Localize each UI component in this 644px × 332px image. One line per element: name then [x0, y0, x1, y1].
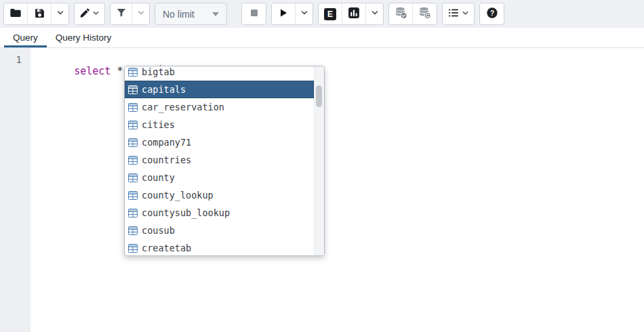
macro-ordered-list-icon: [447, 7, 460, 20]
autocomplete-item[interactable]: countysub_lookup: [125, 204, 314, 222]
autocomplete-item[interactable]: createtab: [125, 239, 314, 255]
folder-icon: [9, 7, 22, 21]
autocomplete-scrollbar-thumb[interactable]: [316, 85, 322, 107]
svg-text:?: ?: [489, 9, 494, 17]
commit-button[interactable]: [389, 3, 413, 24]
table-icon: [128, 103, 138, 112]
execute-options-dropdown-button[interactable]: [296, 3, 313, 24]
table-icon: [128, 85, 138, 94]
filter-icon: [116, 7, 127, 20]
tab-query-label: Query: [13, 33, 38, 43]
rollback-db-arrow-button[interactable]: [413, 3, 437, 24]
autocomplete-item[interactable]: bigtab: [125, 66, 314, 81]
play-icon: [278, 7, 289, 20]
table-icon: [128, 138, 138, 147]
autocomplete-item-label: countysub_lookup: [142, 207, 230, 218]
autocomplete-item-label: company71: [142, 137, 191, 148]
sql-code-input[interactable]: select*from: [31, 48, 644, 332]
help-icon: ?: [486, 7, 498, 21]
autocomplete-item[interactable]: county: [125, 169, 314, 186]
rollback-db-arrow-icon: [418, 7, 431, 21]
tab-query-history-label: Query History: [56, 33, 112, 43]
autocomplete-popup: bigtab capitals: [124, 66, 325, 256]
autocomplete-item-label: cousub: [142, 225, 175, 236]
query-tabbar: Query Query History: [0, 28, 644, 48]
transaction-button-group: [388, 3, 437, 25]
autocomplete-item[interactable]: cousub: [125, 222, 314, 239]
edit-pencil-icon: [79, 7, 90, 20]
autocomplete-item-label: countries: [142, 154, 191, 165]
autocomplete-item[interactable]: county_lookup: [125, 186, 314, 204]
chevron-down-icon: [462, 9, 469, 19]
autocomplete-item-label: county: [142, 172, 175, 183]
chevron-down-icon: [56, 9, 64, 19]
table-icon: [128, 68, 138, 77]
filter-button[interactable]: [110, 3, 132, 24]
chevron-down-icon: [92, 9, 100, 19]
table-icon: [128, 156, 138, 165]
autocomplete-viewport: bigtab capitals: [125, 66, 314, 255]
autocomplete-item[interactable]: cities: [125, 116, 314, 133]
save-icon: [34, 7, 45, 21]
chevron-down-icon: [137, 9, 145, 19]
autocomplete-item[interactable]: car_reservation: [125, 98, 314, 116]
help-button[interactable]: ?: [480, 3, 504, 24]
line-number: 1: [0, 54, 22, 65]
file-button-group: [3, 3, 69, 25]
table-icon: [128, 244, 138, 253]
line-number-gutter: 1: [0, 48, 31, 332]
table-icon: [128, 209, 138, 217]
autocomplete-item-label: car_reservation: [142, 102, 224, 112]
autocomplete-item[interactable]: capitals: [125, 81, 314, 98]
autocomplete-item-label: bigtab: [142, 66, 175, 77]
autocomplete-item-label: createtab: [142, 243, 191, 253]
execute-button-group: [271, 3, 313, 25]
autocomplete-scrollbar-track[interactable]: [314, 66, 324, 255]
table-icon: [128, 173, 138, 182]
chevron-down-icon: [371, 9, 379, 19]
select-caret-icon: [212, 12, 219, 16]
explain-button-group: E: [318, 3, 384, 25]
macro-menu-button[interactable]: [443, 3, 474, 24]
autocomplete-item-label: county_lookup: [142, 190, 214, 201]
help-button-group: ?: [479, 3, 504, 25]
autocomplete-item-label: capitals: [142, 84, 186, 95]
commit-db-check-icon: [395, 7, 407, 21]
save-button[interactable]: [28, 3, 52, 24]
chevron-down-icon: [300, 9, 308, 19]
stop-icon: [249, 7, 260, 20]
explain-badge-icon: E: [324, 8, 336, 20]
edit-menu-button[interactable]: [75, 3, 104, 24]
sql-keyword: select: [74, 65, 110, 77]
execute-play-button[interactable]: [272, 3, 296, 24]
query-tool-window: No limit E: [0, 0, 644, 332]
macro-button-group: [442, 3, 475, 25]
save-options-dropdown-button[interactable]: [52, 3, 68, 24]
filter-options-dropdown-button[interactable]: [132, 3, 149, 24]
tab-query-history[interactable]: Query History: [47, 28, 121, 47]
table-icon: [128, 191, 138, 200]
sql-operator: *: [117, 65, 123, 77]
stop-button-group: [241, 3, 266, 25]
explain-analyze-button[interactable]: [342, 3, 366, 24]
table-icon: [128, 226, 138, 235]
row-limit-select[interactable]: No limit: [155, 3, 227, 25]
row-limit-value: No limit: [163, 9, 195, 20]
explain-analyze-chart-icon: [348, 7, 360, 21]
tab-query[interactable]: Query: [4, 28, 47, 47]
stop-button[interactable]: [242, 3, 266, 24]
table-icon: [128, 121, 138, 129]
edit-button-group: [74, 3, 105, 25]
autocomplete-list: bigtab capitals: [125, 66, 314, 255]
autocomplete-item-label: cities: [142, 119, 175, 130]
filter-button-group: [110, 3, 150, 25]
autocomplete-item[interactable]: countries: [125, 151, 314, 169]
explain-options-dropdown-button[interactable]: [366, 3, 383, 24]
explain-button[interactable]: E: [319, 3, 342, 24]
autocomplete-item[interactable]: company71: [125, 133, 314, 151]
open-file-button[interactable]: [4, 3, 28, 24]
query-toolbar: No limit E: [0, 0, 644, 28]
